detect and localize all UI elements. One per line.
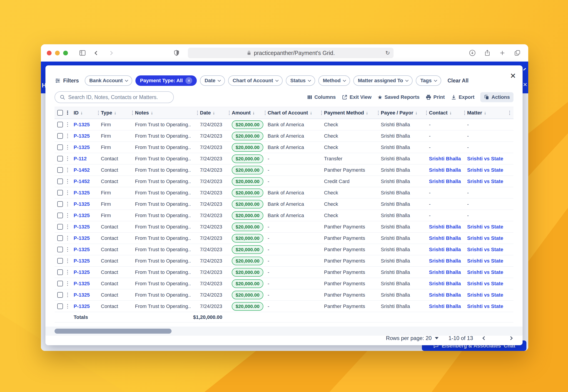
row-checkbox[interactable] <box>57 247 63 252</box>
payment-id-link[interactable]: P-1325 <box>74 258 90 264</box>
row-matter[interactable]: Srishti vs State <box>467 247 513 252</box>
payment-id-link[interactable]: P-1325 <box>74 224 90 230</box>
row-matter[interactable]: Srishti vs State <box>467 224 513 230</box>
back-button[interactable] <box>92 48 101 57</box>
column-header-amount[interactable]: Amount <box>232 110 268 116</box>
column-drag-handle[interactable] <box>507 110 512 116</box>
payment-id-link[interactable]: P-1452 <box>74 167 90 173</box>
row-matter[interactable]: Srishti vs State <box>467 167 513 173</box>
saved-reports-button[interactable]: Saved Reports <box>377 94 419 100</box>
payment-id-link[interactable]: P-1325 <box>74 190 90 196</box>
column-drag-handle[interactable] <box>227 110 232 116</box>
column-header-chart-of-account[interactable]: Chart of Account <box>268 110 324 116</box>
row-checkbox[interactable] <box>57 179 63 184</box>
row-menu-icon[interactable] <box>65 303 74 309</box>
previous-page-button[interactable] <box>483 336 486 340</box>
filter-chip[interactable]: Method <box>318 75 350 86</box>
row-menu-icon[interactable] <box>65 280 74 287</box>
row-menu-icon[interactable] <box>65 246 74 252</box>
row-menu-icon[interactable] <box>65 190 74 196</box>
filter-chip[interactable]: Chart of Account <box>228 75 283 86</box>
search-input[interactable]: Search ID, Notes, Contacts or Matters. <box>55 91 174 103</box>
column-header-contact[interactable]: Contact <box>429 110 467 116</box>
exit-view-button[interactable]: Exit View <box>342 94 371 100</box>
tab-overview-icon[interactable] <box>512 48 522 57</box>
row-checkbox[interactable] <box>57 190 63 196</box>
row-menu-icon[interactable] <box>65 201 74 207</box>
payment-id-link[interactable]: P-1325 <box>74 213 90 218</box>
row-checkbox[interactable] <box>57 167 63 173</box>
row-matter[interactable]: Srishti vs State <box>467 156 513 162</box>
column-drag-handle[interactable] <box>319 110 324 116</box>
row-matter[interactable]: Srishti vs State <box>467 235 513 241</box>
next-page-button[interactable] <box>509 336 513 340</box>
payment-id-link[interactable]: P-1325 <box>74 133 90 139</box>
payment-id-link[interactable]: P-1325 <box>74 122 90 127</box>
row-menu-icon[interactable] <box>65 224 74 230</box>
row-matter[interactable]: Srishti vs State <box>467 269 513 275</box>
row-checkbox[interactable] <box>57 133 63 139</box>
row-menu-icon[interactable] <box>65 269 74 275</box>
column-drag-handle[interactable] <box>263 110 268 116</box>
column-header-notes[interactable]: Notes <box>135 110 200 116</box>
row-checkbox[interactable] <box>57 281 63 286</box>
column-header-payee-payor[interactable]: Payee / Payor <box>381 110 429 116</box>
row-menu-icon[interactable] <box>65 155 74 162</box>
share-icon[interactable] <box>482 48 492 57</box>
filter-chip[interactable]: Payment Type: All <box>135 75 197 86</box>
column-drag-handle[interactable] <box>130 110 135 116</box>
row-menu-icon[interactable] <box>65 122 74 128</box>
actions-button[interactable]: Actions <box>480 92 513 102</box>
row-menu-icon[interactable] <box>65 144 74 150</box>
row-matter[interactable]: Srishti vs State <box>467 179 513 184</box>
column-drag-handle[interactable] <box>376 110 381 116</box>
row-menu-icon[interactable] <box>65 235 74 241</box>
row-checkbox[interactable] <box>57 213 63 218</box>
row-menu-icon[interactable] <box>65 133 74 139</box>
row-menu-icon[interactable] <box>65 167 74 173</box>
row-menu-icon[interactable] <box>65 258 74 264</box>
forward-button[interactable] <box>106 48 116 57</box>
columns-button[interactable]: Columns <box>307 94 336 100</box>
row-checkbox[interactable] <box>57 224 63 230</box>
row-checkbox[interactable] <box>57 269 63 275</box>
row-contact[interactable]: Srishti Bhalla <box>429 156 467 162</box>
zoom-window-button[interactable] <box>63 51 68 56</box>
filter-chip[interactable]: Tags <box>416 75 441 86</box>
row-matter[interactable]: Srishti vs State <box>467 292 513 298</box>
payment-id-link[interactable]: P-1452 <box>74 179 90 184</box>
row-menu-icon[interactable] <box>65 212 74 219</box>
row-contact[interactable]: Srishti Bhalla <box>429 258 467 264</box>
minimize-window-button[interactable] <box>55 51 60 56</box>
downloads-icon[interactable] <box>467 48 477 57</box>
row-contact[interactable]: Srishti Bhalla <box>429 292 467 298</box>
payment-id-link[interactable]: P-112 <box>74 156 87 161</box>
column-drag-handle[interactable] <box>195 110 200 116</box>
print-button[interactable]: Print <box>426 94 445 100</box>
filter-chip[interactable]: Matter assigned To <box>353 75 412 86</box>
close-icon[interactable] <box>508 71 518 81</box>
payment-id-link[interactable]: P-1325 <box>74 281 90 286</box>
filter-chip[interactable]: Bank Account <box>85 75 132 86</box>
row-checkbox[interactable] <box>57 292 63 298</box>
column-header-payment-method[interactable]: Payment Method <box>324 110 381 116</box>
payment-id-link[interactable]: P-1325 <box>74 201 90 207</box>
clear-all-button[interactable]: Clear All <box>448 78 469 84</box>
column-header-matter[interactable]: Matter <box>467 110 513 116</box>
row-contact[interactable]: Srishti Bhalla <box>429 247 467 252</box>
row-checkbox[interactable] <box>57 303 63 309</box>
remove-filter-icon[interactable] <box>185 77 192 84</box>
export-button[interactable]: Export <box>451 94 475 100</box>
row-menu-icon[interactable] <box>65 292 74 298</box>
row-checkbox[interactable] <box>57 122 63 127</box>
row-contact[interactable]: Srishti Bhalla <box>429 303 467 309</box>
close-window-button[interactable] <box>47 51 52 56</box>
new-tab-icon[interactable] <box>497 48 507 57</box>
filter-chip[interactable]: Status <box>286 75 315 86</box>
privacy-shield-icon[interactable] <box>171 48 182 57</box>
filter-chip[interactable]: Date <box>200 75 225 86</box>
row-matter[interactable]: Srishti vs State <box>467 258 513 264</box>
reload-icon[interactable]: ↻ <box>385 50 390 56</box>
address-bar[interactable]: practicepanther/Payment's Grid. ↻ <box>188 48 394 58</box>
row-contact[interactable]: Srishti Bhalla <box>429 224 467 230</box>
